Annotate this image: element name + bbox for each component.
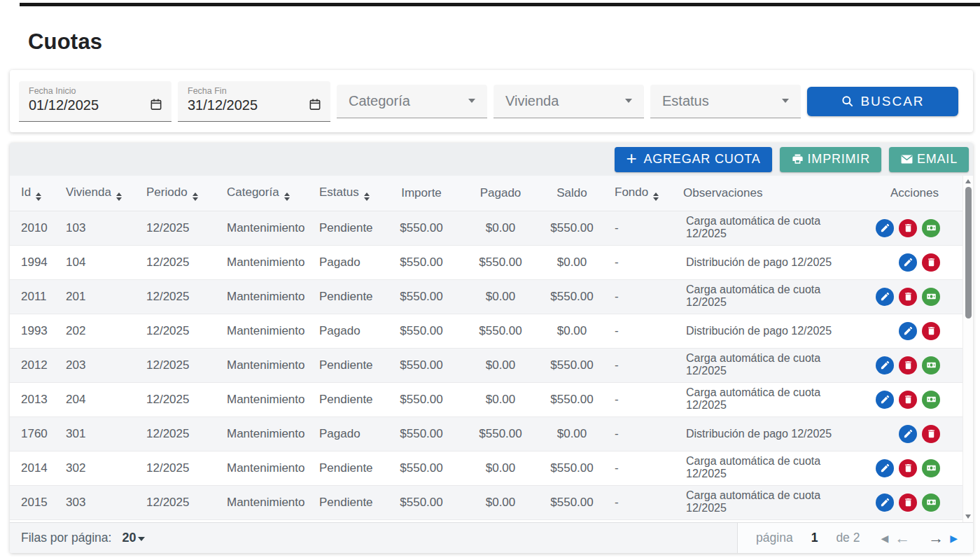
delete-icon[interactable] xyxy=(899,459,917,477)
edit-icon[interactable] xyxy=(876,356,894,374)
fecha-inicio-field[interactable]: Fecha Inicio 01/12/2025 xyxy=(19,81,172,122)
cell-id: 2011 xyxy=(10,279,55,314)
categoria-select[interactable]: Categoría xyxy=(337,85,487,118)
current-page: 1 xyxy=(811,531,818,545)
vertical-scrollbar[interactable] xyxy=(962,176,973,522)
row-actions xyxy=(853,485,962,519)
agregar-cuota-button[interactable]: + AGREGAR CUOTA xyxy=(615,147,771,172)
sort-icon xyxy=(364,192,370,202)
edit-icon[interactable] xyxy=(876,493,894,512)
email-button[interactable]: EMAIL xyxy=(889,147,969,172)
imprimir-button[interactable]: IMPRIMIR xyxy=(780,147,881,172)
cell-id: 2013 xyxy=(10,382,55,416)
cell-id: 1993 xyxy=(10,314,55,348)
cell-observaciones: Carga automática de cuota 12/2025 xyxy=(672,485,853,519)
cell-observaciones: Carga automática de cuota 12/2025 xyxy=(672,211,853,245)
fecha-inicio-value: 01/12/2025 xyxy=(29,97,99,113)
column-header-observaciones: Observaciones xyxy=(672,176,853,211)
calendar-icon[interactable] xyxy=(308,97,322,114)
filter-bar: Fecha Inicio 01/12/2025 Fecha Fin 31/12/… xyxy=(10,70,973,132)
pay-icon[interactable] xyxy=(922,288,940,306)
vivienda-select[interactable]: Vivienda xyxy=(493,85,644,118)
delete-icon[interactable] xyxy=(899,493,917,512)
cell-observaciones: Carga automática de cuota 12/2025 xyxy=(672,348,853,382)
cell-fondo: - xyxy=(603,382,672,416)
delete-icon[interactable] xyxy=(922,425,940,443)
cell-id: 1994 xyxy=(10,245,55,279)
table-body: 2010 103 12/2025 Mantenimiento Pendiente… xyxy=(10,211,962,519)
edit-icon[interactable] xyxy=(876,459,894,477)
cell-estatus: Pendiente xyxy=(308,211,382,245)
cell-periodo: 12/2025 xyxy=(135,314,216,348)
cell-observaciones: Distribución de pago 12/2025 xyxy=(672,416,853,451)
pay-icon[interactable] xyxy=(922,219,940,237)
edit-icon[interactable] xyxy=(876,288,894,306)
edit-icon[interactable] xyxy=(899,322,917,340)
last-page-icon[interactable]: ▶ xyxy=(950,533,958,543)
pay-icon[interactable] xyxy=(922,459,940,477)
table-row: 1760 301 12/2025 Mantenimiento Pagado $5… xyxy=(10,416,962,451)
scrollbar-thumb[interactable] xyxy=(965,187,972,318)
cell-id: 1760 xyxy=(10,416,55,451)
cell-saldo: $550.00 xyxy=(540,348,603,382)
edit-icon[interactable] xyxy=(899,253,917,272)
fecha-fin-field[interactable]: Fecha Fin 31/12/2025 xyxy=(178,81,330,122)
pay-icon[interactable] xyxy=(922,391,940,409)
column-header-id[interactable]: Id xyxy=(10,176,55,211)
delete-icon[interactable] xyxy=(899,219,917,237)
column-header-pagado: Pagado xyxy=(461,176,540,211)
printer-icon xyxy=(791,153,804,166)
envelope-icon xyxy=(900,153,913,166)
cell-categoria: Mantenimiento xyxy=(216,245,308,279)
cell-categoria: Mantenimiento xyxy=(216,279,308,314)
delete-icon[interactable] xyxy=(922,253,940,272)
column-header-periodo[interactable]: Periodo xyxy=(135,176,216,211)
rows-per-page-select[interactable]: 20 xyxy=(122,531,145,545)
delete-icon[interactable] xyxy=(899,356,917,374)
search-icon xyxy=(841,94,855,108)
scroll-down-icon[interactable] xyxy=(963,512,973,521)
pay-icon[interactable] xyxy=(922,493,940,512)
cuotas-table: Id Vivienda Periodo Categoría Estatus Im… xyxy=(10,176,962,520)
next-page-icon[interactable]: → xyxy=(928,531,944,546)
plus-icon: + xyxy=(626,149,637,167)
edit-icon[interactable] xyxy=(876,391,894,409)
table-toolbar: + AGREGAR CUOTA IMPRIMIR EMAIL xyxy=(10,143,973,176)
rows-per-page-value: 20 xyxy=(122,531,136,545)
cell-saldo: $550.00 xyxy=(540,382,603,416)
cell-importe: $550.00 xyxy=(382,416,461,451)
row-actions xyxy=(853,279,962,314)
buscar-button[interactable]: BUSCAR xyxy=(807,87,958,116)
table-footer: Filas por página: 20 página 1 de 2 ◀ ← →… xyxy=(10,522,973,553)
estatus-select[interactable]: Estatus xyxy=(650,85,801,118)
table-row: 2015 303 12/2025 Mantenimiento Pendiente… xyxy=(10,485,962,519)
cell-fondo: - xyxy=(603,314,672,348)
calendar-icon[interactable] xyxy=(149,97,163,114)
column-header-fondo[interactable]: Fondo xyxy=(603,176,672,211)
row-actions xyxy=(853,245,962,279)
delete-icon[interactable] xyxy=(922,322,940,340)
table-row: 2011 201 12/2025 Mantenimiento Pendiente… xyxy=(10,279,962,314)
cell-periodo: 12/2025 xyxy=(135,211,216,245)
cell-periodo: 12/2025 xyxy=(135,348,216,382)
delete-icon[interactable] xyxy=(899,288,917,306)
first-page-icon[interactable]: ◀ xyxy=(881,533,888,543)
scroll-up-icon[interactable] xyxy=(963,177,973,186)
column-header-vivienda[interactable]: Vivienda xyxy=(55,176,135,211)
cell-periodo: 12/2025 xyxy=(135,279,216,314)
pay-icon[interactable] xyxy=(922,356,940,374)
cell-fondo: - xyxy=(603,279,672,314)
cell-pagado: $550.00 xyxy=(461,314,540,348)
delete-icon[interactable] xyxy=(899,391,917,409)
cell-pagado: $0.00 xyxy=(461,348,540,382)
buscar-button-label: BUSCAR xyxy=(860,94,924,109)
cell-estatus: Pendiente xyxy=(308,279,382,314)
previous-page-icon[interactable]: ← xyxy=(895,531,910,546)
column-header-categoria[interactable]: Categoría xyxy=(216,176,308,211)
edit-icon[interactable] xyxy=(899,425,917,443)
column-header-estatus[interactable]: Estatus xyxy=(308,176,382,211)
cell-estatus: Pagado xyxy=(308,416,382,451)
edit-icon[interactable] xyxy=(876,219,894,237)
cell-categoria: Mantenimiento xyxy=(216,382,308,416)
cell-id: 2010 xyxy=(10,211,55,245)
